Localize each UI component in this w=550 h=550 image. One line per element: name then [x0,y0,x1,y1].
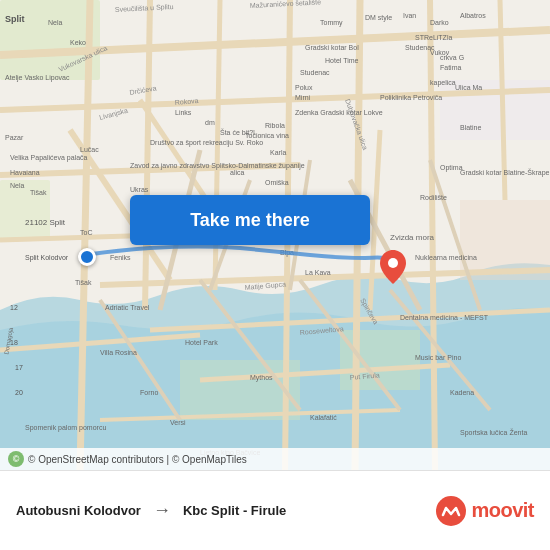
svg-text:Sportska lučica Ženta: Sportska lučica Ženta [460,428,527,437]
svg-text:Pazar: Pazar [5,134,24,141]
svg-text:20: 20 [15,389,23,396]
svg-text:Velika Papalićeva palača: Velika Papalićeva palača [10,154,88,162]
svg-text:Links: Links [175,109,192,116]
svg-text:Split: Split [5,14,25,24]
take-me-there-button[interactable]: Take me there [130,195,370,245]
svg-text:Zavod za javno zdravstvo Split: Zavod za javno zdravstvo Splitsko-Dalmat… [130,162,305,170]
moovit-logo-icon [435,495,467,527]
svg-text:Omiška: Omiška [265,179,289,186]
map-container: Sveučilišta u Splitu Mažuranićevo šetali… [0,0,550,470]
svg-text:kapelica: kapelica [430,79,456,87]
svg-text:Nela: Nela [48,19,63,26]
svg-text:Ukras: Ukras [130,186,149,193]
svg-text:Spomenik palom pomorcu: Spomenik palom pomorcu [25,424,106,432]
svg-text:Lučac: Lučac [80,146,99,153]
svg-text:Gradski kotar Bol: Gradski kotar Bol [305,44,359,51]
svg-text:Adriatic Travel: Adriatic Travel [105,304,150,311]
route-from: Autobusni Kolodvor [16,503,141,518]
svg-text:Ivan: Ivan [403,12,416,19]
svg-text:Music bar Pino: Music bar Pino [415,354,461,361]
svg-text:Versi: Versi [170,419,186,426]
end-marker [380,250,406,288]
svg-text:Atelje Vasko Lipovac: Atelje Vasko Lipovac [5,74,70,82]
svg-text:Darko: Darko [430,19,449,26]
svg-text:Polux: Polux [295,84,313,91]
svg-text:Villa Rosina: Villa Rosina [100,349,137,356]
svg-text:Ribola: Ribola [265,122,285,129]
svg-text:Blatine: Blatine [460,124,482,131]
svg-text:Društvo za šport rekreaciju Sv: Društvo za šport rekreaciju Sv. Roko [150,139,263,147]
svg-text:Feniks: Feniks [110,254,131,261]
svg-text:La Kava: La Kava [305,269,331,276]
svg-text:Fatima: Fatima [440,64,462,71]
bottom-bar: Autobusni Kolodvor → Kbc Split - Firule … [0,470,550,550]
svg-text:Zdenka Gradski kotar Lokve: Zdenka Gradski kotar Lokve [295,109,383,116]
start-marker [78,248,96,266]
svg-text:Tišak: Tišak [75,279,92,286]
svg-point-123 [436,496,466,526]
svg-text:Nuklearna medicina: Nuklearna medicina [415,254,477,261]
svg-text:Gradski kotar Blatine-Škrape: Gradski kotar Blatine-Škrape [460,168,550,177]
svg-text:Poliklinika Petroviča: Poliklinika Petroviča [380,94,442,101]
osm-logo: © [8,451,24,467]
svg-text:DM style: DM style [365,14,392,22]
svg-text:Kalafatić: Kalafatić [310,414,337,421]
svg-text:Nela: Nela [10,182,25,189]
svg-text:dm: dm [205,119,215,126]
svg-text:Mythos: Mythos [250,374,273,382]
svg-text:Studenac: Studenac [300,69,330,76]
svg-text:Keko: Keko [70,39,86,46]
svg-text:Šta će bit?!: Šta će bit?! [220,128,255,136]
svg-text:ToC: ToC [80,229,92,236]
copyright-text: © OpenStreetMap contributors | © OpenMap… [28,454,247,465]
svg-text:Tommy: Tommy [320,19,343,27]
svg-text:Forno: Forno [140,389,158,396]
svg-rect-6 [180,360,300,420]
route-arrow: → [153,500,171,521]
svg-text:Albatros: Albatros [460,12,486,19]
moovit-logo-text: moovit [471,499,534,522]
svg-text:Tišak: Tišak [30,189,47,196]
svg-text:Dentalna medicina - MEFST: Dentalna medicina - MEFST [400,314,489,321]
svg-text:12: 12 [10,304,18,311]
svg-text:Rodilište: Rodilište [420,194,447,201]
svg-text:Hotel Park: Hotel Park [185,339,218,346]
svg-text:Hotel Time: Hotel Time [325,57,359,64]
svg-text:Ulica Ma: Ulica Ma [455,84,482,91]
svg-text:Zvizda mora: Zvizda mora [390,233,435,242]
svg-text:alica: alica [230,169,245,176]
svg-text:17: 17 [15,364,23,371]
svg-point-122 [388,258,398,268]
svg-text:Mirni: Mirni [295,94,311,101]
svg-text:Havaiana: Havaiana [10,169,40,176]
copyright-bar: © © OpenStreetMap contributors | © OpenM… [0,448,550,470]
svg-text:Split Kolodvor: Split Kolodvor [25,254,69,262]
svg-text:Vukov: Vukov [430,49,450,56]
moovit-logo: moovit [435,495,534,527]
svg-text:STReLiTZla: STReLiTZla [415,34,452,41]
svg-text:Kadena: Kadena [450,389,474,396]
svg-text:Karla: Karla [270,149,286,156]
route-to: Kbc Split - Firule [183,503,286,518]
svg-text:21102 Split: 21102 Split [25,218,66,227]
route-info: Autobusni Kolodvor → Kbc Split - Firule [16,500,435,521]
